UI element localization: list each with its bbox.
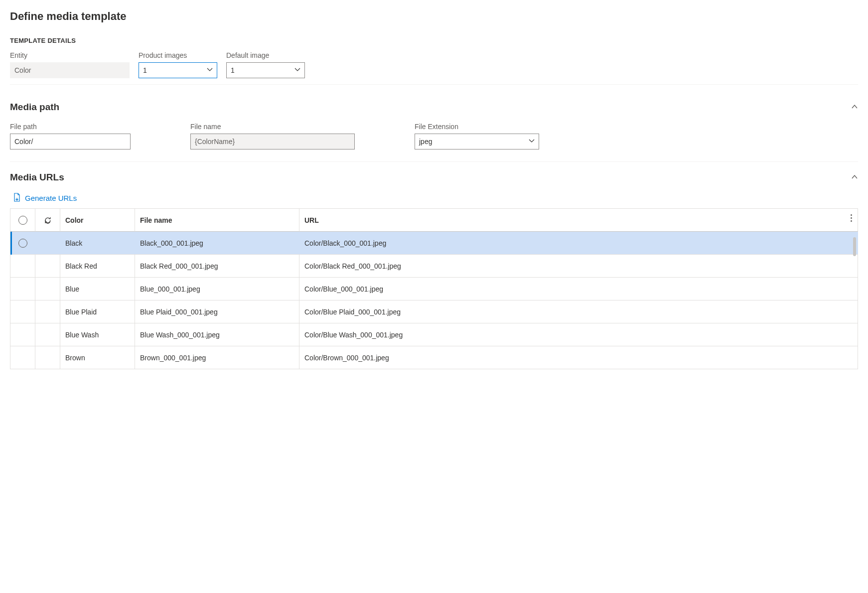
- cell-url: Color/Blue Wash_000_001.jpeg: [299, 323, 858, 346]
- default-image-select[interactable]: 1: [226, 62, 305, 78]
- col-file-name[interactable]: File name: [135, 209, 299, 232]
- table-row[interactable]: Blue WashBlue Wash_000_001.jpegColor/Blu…: [10, 323, 858, 346]
- file-extension-select[interactable]: jpeg: [415, 134, 539, 149]
- chevron-up-icon: [851, 103, 858, 112]
- row-status: [35, 278, 60, 300]
- cell-file-name: Blue Plaid_000_001.jpeg: [135, 300, 299, 323]
- table-row[interactable]: BlueBlue_000_001.jpegColor/Blue_000_001.…: [10, 278, 858, 300]
- cell-file-name: Blue_000_001.jpeg: [135, 278, 299, 300]
- urls-grid: Color File name URL BlackBlack_000_001.j…: [10, 208, 858, 369]
- radio-icon: [18, 216, 27, 225]
- media-path-section: Media path File path File name {ColorNam…: [10, 97, 858, 162]
- grid-header: Color File name URL: [10, 209, 858, 232]
- table-row[interactable]: BrownBrown_000_001.jpegColor/Brown_000_0…: [10, 346, 858, 369]
- row-selector[interactable]: [10, 278, 35, 300]
- cell-file-name: Blue Wash_000_001.jpeg: [135, 323, 299, 346]
- cell-color: Brown: [60, 346, 135, 369]
- template-details-row: Entity Color Product images 1 Default im…: [10, 51, 858, 85]
- chevron-up-icon: [851, 173, 858, 182]
- table-row[interactable]: Blue PlaidBlue Plaid_000_001.jpegColor/B…: [10, 300, 858, 323]
- product-images-value: 1: [143, 66, 147, 74]
- media-urls-header[interactable]: Media URLs: [10, 167, 858, 188]
- file-name-label: File name: [190, 123, 355, 131]
- file-path-label: File path: [10, 123, 131, 131]
- col-url[interactable]: URL: [299, 209, 858, 232]
- row-status: [35, 232, 60, 255]
- col-color[interactable]: Color: [60, 209, 135, 232]
- media-urls-section: Media URLs Generate URLs Color File name…: [10, 167, 858, 369]
- file-extension-label: File Extension: [415, 123, 539, 131]
- file-extension-value: jpeg: [419, 138, 432, 146]
- file-name-field: {ColorName}: [190, 134, 355, 149]
- row-selector[interactable]: [10, 346, 35, 369]
- select-all-header[interactable]: [10, 209, 35, 232]
- row-selector[interactable]: [10, 300, 35, 323]
- row-status: [35, 255, 60, 278]
- product-images-label: Product images: [139, 51, 217, 59]
- cell-color: Black Red: [60, 255, 135, 278]
- row-selector[interactable]: [10, 255, 35, 278]
- cell-url: Color/Blue Plaid_000_001.jpeg: [299, 300, 858, 323]
- table-row[interactable]: BlackBlack_000_001.jpegColor/Black_000_0…: [10, 232, 858, 255]
- row-status: [35, 300, 60, 323]
- row-selector[interactable]: [10, 232, 35, 255]
- chevron-down-icon: [294, 66, 300, 74]
- row-status: [35, 346, 60, 369]
- media-path-title: Media path: [10, 102, 59, 113]
- refresh-header[interactable]: [35, 209, 60, 232]
- chevron-down-icon: [207, 66, 213, 74]
- cell-file-name: Black Red_000_001.jpeg: [135, 255, 299, 278]
- cell-color: Blue Wash: [60, 323, 135, 346]
- file-path-input[interactable]: [10, 134, 131, 149]
- cell-url: Color/Blue_000_001.jpeg: [299, 278, 858, 300]
- cell-url: Color/Brown_000_001.jpeg: [299, 346, 858, 369]
- radio-icon: [18, 239, 27, 248]
- default-image-value: 1: [231, 66, 235, 74]
- row-status: [35, 323, 60, 346]
- cell-color: Blue Plaid: [60, 300, 135, 323]
- generate-urls-button[interactable]: Generate URLs: [10, 188, 80, 208]
- cell-color: Black: [60, 232, 135, 255]
- cell-color: Blue: [60, 278, 135, 300]
- template-details-heading: TEMPLATE DETAILS: [10, 37, 858, 44]
- media-urls-title: Media URLs: [10, 172, 64, 183]
- entity-field: Color: [10, 62, 130, 78]
- product-images-select[interactable]: 1: [139, 62, 217, 78]
- table-row[interactable]: Black RedBlack Red_000_001.jpegColor/Bla…: [10, 255, 858, 278]
- media-path-header[interactable]: Media path: [10, 97, 858, 118]
- cell-url: Color/Black Red_000_001.jpeg: [299, 255, 858, 278]
- scrollbar-thumb[interactable]: [853, 237, 856, 256]
- generate-urls-label: Generate URLs: [25, 194, 77, 202]
- entity-label: Entity: [10, 51, 130, 59]
- default-image-label: Default image: [226, 51, 305, 59]
- document-icon: [13, 193, 21, 203]
- more-options-icon[interactable]: [851, 214, 852, 222]
- page-title: Define media template: [10, 10, 858, 23]
- chevron-down-icon: [529, 138, 535, 146]
- cell-file-name: Black_000_001.jpeg: [135, 232, 299, 255]
- cell-file-name: Brown_000_001.jpeg: [135, 346, 299, 369]
- cell-url: Color/Black_000_001.jpeg: [299, 232, 858, 255]
- row-selector[interactable]: [10, 323, 35, 346]
